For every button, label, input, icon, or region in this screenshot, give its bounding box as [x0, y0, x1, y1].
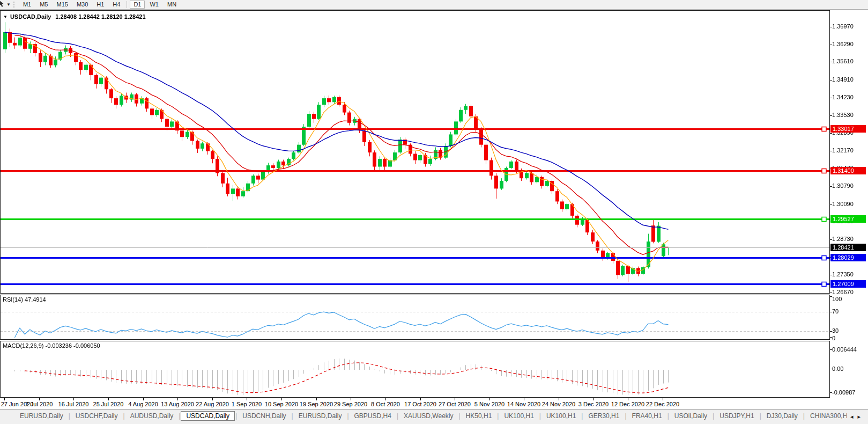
date-axis-tick [663, 398, 663, 400]
tab-uk100-h1[interactable]: UK100,H1 [499, 411, 538, 421]
price-line-label-support: 1.27009 [830, 280, 866, 288]
date-axis-tick [4, 398, 5, 400]
timeframe-button-m15[interactable]: M15 [53, 1, 71, 9]
tab-usdjpy-h1[interactable]: USDJPY,H1 [715, 411, 759, 421]
price-axis-tick: 1.35610 [832, 58, 854, 64]
timeframe-button-mn[interactable]: MN [164, 1, 180, 9]
price-axis-tick: 1.28730 [832, 236, 854, 242]
price-axis-tick: 1.26670 [832, 289, 854, 295]
tab-ger30-h1[interactable]: GER30,H1 [583, 411, 624, 421]
tab-eurusd-daily[interactable]: EURUSD,Daily [294, 411, 347, 421]
tab-uk100-h1[interactable]: UK100,H1 [541, 411, 581, 421]
terminal-window: ▼ M1M5M15M30H1H4D1W1MN ▼USDCAD,Daily1.28… [0, 0, 868, 424]
date-axis-tick [316, 398, 317, 400]
date-axis-tick [385, 398, 386, 400]
date-axis-tick [351, 398, 351, 400]
tab-gbpusd-h4[interactable]: GBPUSD,H4 [350, 411, 396, 421]
macd-canvas[interactable] [0, 341, 868, 398]
tab-usoil-daily[interactable]: USOil,Daily [670, 411, 712, 421]
timeframe-button-h1[interactable]: H1 [93, 1, 108, 9]
price-axis-tick: 1.36970 [832, 23, 854, 30]
date-axis-tick [489, 398, 490, 400]
date-axis-tick [455, 398, 455, 400]
toolbar-grip [13, 2, 16, 8]
chart-symbol-label: USDCAD,Daily [10, 13, 51, 20]
macd-scale-label: 0.00 [832, 365, 843, 372]
tab-scroll-left-icon[interactable]: ◂ [850, 413, 858, 420]
chart-title-caret-icon[interactable]: ▼ [3, 14, 8, 19]
date-axis-tick [593, 398, 594, 400]
chart-ohlc-values: 1.28408 1.28442 1.28120 1.28421 [55, 13, 145, 20]
price-axis-tick: 1.32170 [832, 147, 854, 153]
tab-scroll-right-icon[interactable]: ▸ [857, 413, 865, 420]
price-line-label-resistance: 1.33017 [830, 125, 866, 133]
price-axis-tick: 1.36290 [832, 41, 854, 47]
date-axis-tick [281, 398, 282, 400]
price-axis-tick: 1.34230 [832, 94, 854, 100]
tab-usdcnh-daily[interactable]: USDCNH,Daily [238, 411, 291, 421]
date-axis-tick [524, 398, 524, 400]
date-axis-tick [39, 398, 40, 400]
date-axis-tick [420, 398, 421, 400]
date-axis-tick [108, 398, 109, 400]
price-line-label-resistance: 1.31400 [830, 167, 866, 174]
tab-eurusd-daily[interactable]: EURUSD,Daily [15, 411, 68, 421]
price-line-label-support: 1.28029 [830, 254, 866, 261]
rsi-label: RSI(14) 47.4914 [3, 296, 46, 303]
date-axis-tick [177, 398, 178, 400]
price-axis-tick: 1.34910 [832, 76, 854, 83]
date-axis-tick [559, 398, 559, 400]
symbol-tabs: EURUSD,Daily|USDCHF,Daily|AUDUSD,Daily|U… [15, 411, 847, 421]
timeframe-button-h4[interactable]: H4 [109, 1, 124, 9]
dropdown-caret-icon[interactable]: ▼ [6, 1, 11, 9]
date-axis-tick [628, 398, 628, 400]
timeframe-button-m30[interactable]: M30 [73, 1, 92, 9]
tab-usdcad-daily[interactable]: USDCAD,Daily [181, 411, 235, 421]
tab-xauusd-weekly[interactable]: XAUUSD,Weekly [399, 411, 458, 421]
price-axis-tick: 1.33530 [832, 112, 854, 118]
timeframe-buttons: M1M5M15M30H1H4D1W1MN [19, 1, 181, 9]
tab-hk50-h1[interactable]: HK50,H1 [461, 411, 497, 421]
symbol-tabbar: EURUSD,Daily|USDCHF,Daily|AUDUSD,Daily|U… [0, 409, 868, 424]
rsi-scale-label: 0 [832, 335, 835, 341]
price-axis-tick: 1.30790 [832, 182, 854, 189]
macd-scale-label: -0.00987 [832, 389, 855, 396]
rsi-canvas[interactable] [0, 295, 868, 340]
current-price-label: 1.28421 [830, 244, 866, 251]
tab-usdchf-daily[interactable]: USDCHF,Daily [71, 411, 123, 421]
tab-fra40-h1[interactable]: FRA40,H1 [627, 411, 667, 421]
price-axis-tick: 1.27350 [832, 271, 854, 277]
date-axis-tick [73, 398, 74, 400]
tab-audusd-daily[interactable]: AUDUSD,Daily [125, 411, 179, 421]
chart-toolbar: ▼ M1M5M15M30H1H4D1W1MN [0, 0, 868, 10]
macd-label: MACD(12,26,9) -0.003236 -0.006050 [3, 342, 100, 349]
main-chart-canvas[interactable] [0, 10, 868, 294]
rsi-scale-label: 100 [832, 296, 842, 302]
timeframe-button-m5[interactable]: M5 [36, 1, 51, 9]
toolbar-separator [127, 1, 127, 8]
price-axis-tick: 1.30090 [832, 201, 854, 207]
timeframe-button-d1[interactable]: D1 [130, 1, 145, 9]
tab-dj30-daily[interactable]: DJ30,Daily [762, 411, 803, 421]
macd-scale-label: 0.006444 [832, 346, 857, 353]
date-axis-tick [247, 398, 247, 400]
date-axis-tick [143, 398, 144, 400]
timeframe-button-w1[interactable]: W1 [146, 1, 162, 9]
date-axis-tick [212, 398, 213, 400]
cursor-tool-icon[interactable] [0, 1, 5, 9]
chart-title: ▼USDCAD,Daily1.28408 1.28442 1.28120 1.2… [3, 13, 146, 20]
rsi-scale-label: 70 [832, 308, 839, 315]
price-line-label-pivot: 1.29527 [830, 215, 866, 223]
date-axis-label: 22 Dec 2020 [641, 401, 684, 407]
timeframe-button-m1[interactable]: M1 [19, 1, 35, 9]
tab-china300-h1[interactable]: CHINA300,H1 [805, 411, 847, 421]
rsi-scale-label: 30 [832, 327, 839, 334]
